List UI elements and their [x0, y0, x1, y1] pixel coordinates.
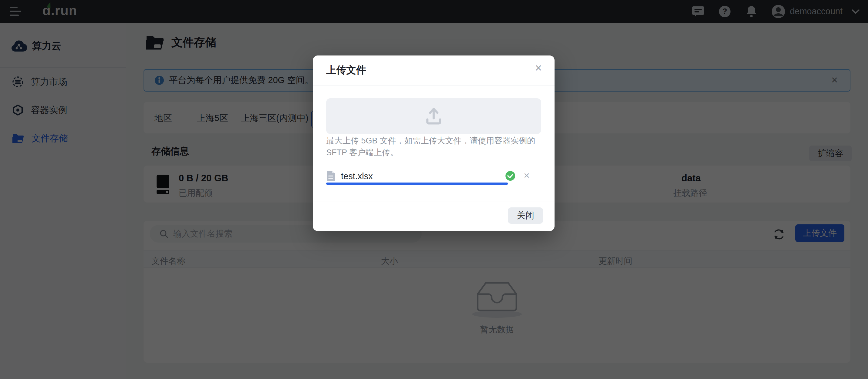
file-remove-icon[interactable]: ×: [524, 170, 530, 180]
document-icon: [326, 170, 335, 182]
dialog-close-icon[interactable]: ×: [535, 62, 542, 74]
upload-dialog: 上传文件 × 最大上传 5GB 文件，如需上传大文件，请使用容器实例的 SFTP…: [313, 56, 555, 231]
upload-dropzone[interactable]: [326, 98, 541, 134]
upload-progress-bar: [326, 182, 508, 185]
upload-icon: [424, 107, 443, 125]
dialog-header-divider: [313, 86, 555, 86]
dialog-title: 上传文件: [326, 63, 366, 77]
uploaded-file-row[interactable]: test.xlsx ×: [326, 170, 541, 183]
dialog-footer-divider: [313, 202, 555, 202]
dialog-close-button[interactable]: 关闭: [508, 207, 543, 224]
upload-tip: 最大上传 5GB 文件，如需上传大文件，请使用容器实例的 SFTP 客户端上传。: [326, 135, 543, 158]
file-name: test.xlsx: [341, 171, 373, 181]
success-check-icon: [505, 171, 516, 181]
